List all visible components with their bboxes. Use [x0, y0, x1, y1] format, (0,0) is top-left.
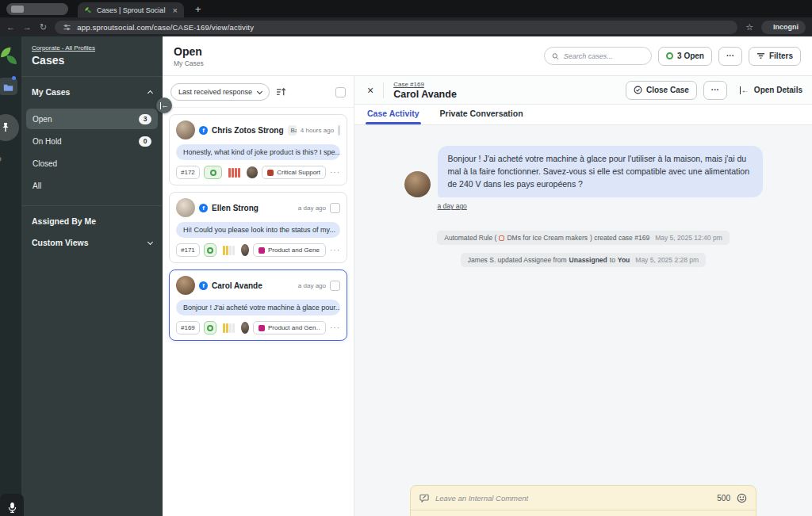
close-case-label: Close Case — [646, 86, 689, 94]
card-more-icon[interactable]: ··· — [330, 323, 340, 332]
pin-nav-icon[interactable] — [0, 114, 19, 141]
sidebar-item-open[interactable]: Open 3 — [26, 109, 158, 129]
status-open-pill[interactable] — [204, 321, 217, 334]
incognito-label: Incogni — [773, 23, 799, 31]
priority-medium-icon[interactable] — [220, 323, 237, 333]
case-checkbox[interactable] — [330, 203, 340, 213]
card-more-icon[interactable]: ··· — [330, 168, 340, 177]
open-details-button[interactable]: ← Open Details — [740, 86, 802, 94]
case-card-171[interactable]: f Ellen Strong a day ago Hi! Could you p… — [169, 192, 347, 263]
event-timestamp: May 5, 2025 12:40 pm — [655, 234, 722, 242]
forward-icon[interactable]: → — [23, 22, 32, 32]
tag-icon — [259, 247, 265, 254]
case-list-column: Last received response f Chris Zo — [163, 76, 354, 516]
search-cases-field[interactable] — [544, 47, 652, 65]
section-assigned-by-me[interactable]: Assigned By Me — [21, 206, 163, 236]
check-circle-icon — [634, 86, 642, 94]
folder-nav-icon[interactable] — [0, 78, 17, 95]
status-open-pill[interactable] — [204, 166, 222, 179]
item-label: On Hold — [33, 137, 62, 146]
facebook-icon: f — [199, 126, 208, 135]
browser-toolbar: ← → ↻ app.sproutsocial.com/case/CASE-169… — [0, 17, 812, 36]
tab-private-conversation[interactable]: Private Conversation — [440, 109, 523, 124]
window-controls[interactable] — [6, 3, 68, 15]
close-panel-icon[interactable]: × — [367, 84, 373, 97]
facebook-icon: f — [199, 281, 208, 290]
profile-scope-link[interactable]: Corporate - All Profiles — [32, 44, 163, 52]
screen: Cases | Sprout Social × + ← → ↻ app.spro… — [0, 0, 812, 516]
assignee-from: Unassigned — [569, 256, 607, 264]
tag-icon — [259, 325, 265, 331]
tag-label: Product and Gen… — [268, 324, 320, 331]
case-checkbox[interactable] — [330, 281, 340, 291]
card-more-icon[interactable]: ··· — [330, 246, 340, 254]
assignee-avatar[interactable] — [247, 166, 259, 178]
open-button-label: 3 Open — [677, 52, 704, 60]
case-more-button[interactable]: ··· — [703, 81, 727, 100]
close-case-button[interactable]: Close Case — [626, 81, 697, 100]
bookmark-star-icon[interactable]: ☆ — [745, 22, 753, 32]
filters-button[interactable]: Filters — [749, 47, 801, 66]
new-tab-button[interactable]: + — [195, 3, 201, 17]
detail-tabs: Case Activity Private Conversation — [354, 105, 812, 125]
url-text: app.sproutsocial.com/case/CASE-169/view/… — [77, 23, 254, 32]
internal-comment-input[interactable] — [435, 494, 710, 503]
tag-product-general[interactable]: Product and Gene… — [253, 243, 326, 257]
tag-critical-support[interactable]: Critical Support — [262, 166, 326, 179]
my-cases-label: My Cases — [32, 87, 70, 97]
browser-tab[interactable]: Cases | Sprout Social × — [78, 2, 184, 17]
case-number: #169 — [176, 321, 200, 334]
assigned-by-me-label: Assigned By Me — [32, 216, 96, 226]
section-custom-views[interactable]: Custom Views — [21, 236, 163, 258]
status-open-icon — [210, 170, 216, 176]
sort-order-icon[interactable] — [276, 87, 286, 97]
collapse-left-icon: ← — [160, 102, 169, 109]
case-card-172[interactable]: f Chris Zotos Strong Bad prior… 4 hours … — [169, 114, 347, 185]
sidebar-item-closed[interactable]: Closed — [26, 153, 158, 174]
assignee-avatar[interactable] — [241, 322, 249, 334]
tab-close-icon[interactable]: × — [173, 6, 178, 15]
event-timestamp: May 5, 2025 2:28 pm — [635, 256, 699, 264]
tag-product-general[interactable]: Product and Gen… — [253, 321, 326, 334]
select-all-checkbox[interactable] — [335, 87, 346, 97]
chevron-down-icon — [147, 239, 153, 244]
settings-gear-icon[interactable]: ⚙ — [0, 154, 2, 165]
case-link[interactable]: Case #169 — [393, 81, 457, 88]
open-count-button[interactable]: 3 Open — [658, 47, 712, 66]
cases-sidebar: Corporate - All Profiles Cases My Cases … — [21, 36, 163, 516]
status-open-icon — [207, 247, 213, 254]
case-author: Chris Zotos Strong — [212, 126, 284, 135]
customer-message: Bonjour ! J'ai acheté votre machine à gl… — [404, 146, 763, 197]
sprout-logo-icon[interactable] — [0, 44, 21, 68]
assignee-avatar[interactable] — [241, 244, 249, 256]
case-card-169-selected[interactable]: f Carol Avande a day ago Bonjour ! J'ai … — [169, 269, 347, 341]
message-timestamp-link[interactable]: a day ago — [438, 202, 763, 210]
sort-row: Last received response — [163, 76, 354, 108]
sort-dropdown[interactable]: Last received response — [170, 83, 270, 101]
tag-label: Product and Gene… — [268, 247, 320, 254]
item-label: Closed — [33, 159, 57, 168]
section-my-cases[interactable]: My Cases — [21, 77, 163, 107]
url-bar[interactable]: app.sproutsocial.com/case/CASE-169/view/… — [55, 21, 737, 34]
case-checkbox[interactable] — [338, 125, 340, 136]
sidebar-item-all[interactable]: All — [26, 175, 158, 196]
back-icon[interactable]: ← — [6, 22, 15, 32]
case-number: #172 — [176, 166, 200, 179]
page-header: Open My Cases 3 Open ··· — [163, 36, 812, 76]
case-author: Carol Avande — [212, 281, 262, 290]
sidebar-item-on-hold[interactable]: On Hold 0 — [26, 131, 158, 151]
ellipsis-icon: ··· — [711, 86, 719, 94]
priority-medium-icon[interactable] — [220, 246, 237, 255]
status-open-pill[interactable] — [204, 243, 217, 257]
filter-icon — [756, 52, 765, 59]
collapse-sidebar-button[interactable]: ← — [156, 97, 172, 113]
tag-label: Critical Support — [277, 169, 320, 176]
tab-case-activity[interactable]: Case Activity — [367, 109, 419, 124]
site-settings-icon[interactable] — [63, 23, 71, 32]
search-input[interactable] — [564, 52, 644, 60]
emoji-icon[interactable] — [737, 493, 747, 503]
more-actions-button[interactable]: ··· — [718, 47, 742, 66]
item-label: All — [33, 182, 41, 190]
priority-high-icon[interactable] — [226, 168, 243, 178]
reload-icon[interactable]: ↻ — [40, 22, 47, 32]
